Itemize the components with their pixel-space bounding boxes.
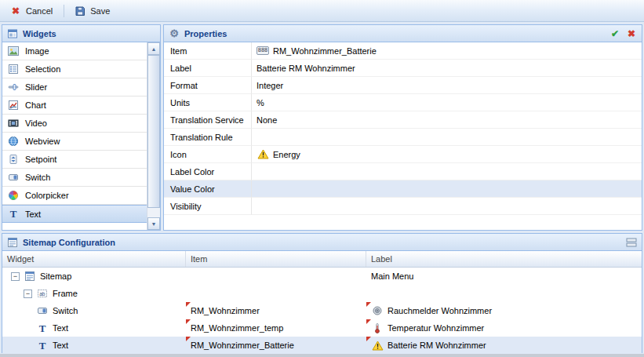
property-row-value-color: Value Color [164,180,642,198]
item-cell-text: RM_Wohnzimmer_temp [191,323,283,333]
property-value[interactable]: Batterie RM Wohnzimmer [252,60,642,77]
widget-cell: −abFrame [2,285,186,302]
item-cell[interactable]: RM_Wohnzimmer [186,302,366,319]
widget-item-label: Selection [25,64,60,74]
sitemap-row-text[interactable]: TTextRM_Wohnzimmer_BatterieBatterie RM W… [2,337,642,354]
dirty-flag-icon [186,302,191,307]
tree-expander-icon[interactable]: − [11,272,20,281]
property-value[interactable]: None [252,111,642,129]
scroll-down-arrow-icon[interactable]: ▼ [147,217,160,230]
apply-check-icon[interactable]: ✔ [609,28,621,39]
discard-close-icon[interactable]: ✖ [625,28,638,39]
tree-expander-icon[interactable]: − [24,290,32,298]
widget-item-colorpicker[interactable]: Colorpicker [2,187,160,205]
item-cell[interactable] [186,268,366,285]
property-value[interactable] [252,180,642,198]
widgets-scrollbar[interactable]: ▲ ▼ [147,42,160,230]
widget-item-switch[interactable]: Switch [2,169,160,187]
chart-icon [7,100,20,111]
label-cell-text: Main Menu [371,271,413,281]
label-cell[interactable]: Main Menu [366,268,642,285]
property-value-text: None [257,115,277,125]
smoke-detector-icon [371,305,384,316]
widget-item-label: Colorpicker [25,191,69,200]
property-label: Value Color [164,180,252,198]
property-value[interactable]: Integer [252,77,642,94]
widget-item-label: Setpoint [25,155,56,164]
bottom-scrollbar[interactable] [0,354,644,357]
widgets-panel-header: Widgets [2,25,160,42]
frame-icon: ab [36,288,49,299]
label-cell[interactable]: Rauchmelder Wohnzimmer [366,302,642,319]
scroll-thumb[interactable] [147,55,160,208]
label-cell[interactable]: Temperatur Wohnzimmer [366,319,642,337]
widget-item-label: Text [25,209,41,219]
column-header-widget[interactable]: Widget [2,251,186,267]
property-value[interactable] [252,129,642,146]
sitemap-row-frame[interactable]: −abFrame [2,285,642,302]
property-value[interactable]: 888RM_Wohnzimmer_Batterie [252,42,642,60]
text-icon: T [7,209,20,220]
label-cell-text: Temperatur Wohnzimmer [387,323,484,333]
property-label: Translation Rule [164,129,252,146]
video-icon [7,118,20,129]
widget-item-image[interactable]: Image [2,42,160,60]
widget-item-webview[interactable]: Webview [2,133,160,151]
item-cell-text: RM_Wohnzimmer [191,306,260,315]
column-header-item[interactable]: Item [186,251,366,267]
property-value[interactable] [252,198,642,215]
widget-item-text[interactable]: TText [2,205,160,223]
label-cell-text: Batterie RM Wohnzimmer [387,341,486,350]
widget-item-setpoint[interactable]: Setpoint [2,151,160,169]
widget-item-chart[interactable]: Chart [2,97,160,115]
toolbar-separator [64,5,64,17]
property-value[interactable]: % [252,94,642,111]
save-button[interactable]: Save [68,2,117,20]
slider-icon [7,82,20,93]
widget-item-selection[interactable]: Selection [2,60,160,78]
sitemap-icon [6,237,19,248]
property-row-item: Item888RM_Wohnzimmer_Batterie [164,42,642,60]
sitemap-row-text[interactable]: TTextRM_Wohnzimmer_tempTemperatur Wohnzi… [2,319,642,337]
switch-icon [7,172,20,183]
widget-cell-text: Sitemap [40,271,71,281]
sitemap-tree: −SitemapMain Menu−abFrameSwitchRM_Wohnzi… [2,268,642,354]
widget-item-label: Chart [25,100,46,110]
layout-tool-icon[interactable] [625,237,638,248]
label-cell[interactable]: Batterie RM Wohnzimmer [366,337,642,354]
selection-icon [7,64,20,75]
property-label: Icon [164,146,252,163]
widget-cell: TText [2,319,186,337]
tree-indent [7,345,32,346]
thermometer-icon [371,322,384,333]
item-cell[interactable]: RM_Wohnzimmer_temp [186,319,366,337]
setpoint-icon [7,154,20,165]
switch-icon [36,305,49,316]
sitemap-column-header: Widget Item Label [2,251,642,268]
property-value[interactable] [252,163,642,180]
property-value-text: RM_Wohnzimmer_Batterie [273,46,377,56]
sitemap-row-sitemap[interactable]: −SitemapMain Menu [2,268,642,285]
dirty-flag-icon [366,302,371,307]
image-icon [7,46,20,56]
save-icon [74,5,86,16]
property-row-format: FormatInteger [164,77,642,94]
scroll-up-arrow-icon[interactable]: ▲ [147,42,160,55]
column-header-label[interactable]: Label [366,251,642,267]
widget-cell-text: Frame [53,289,78,298]
property-label: Units [164,94,252,111]
widget-cell-text: Text [53,323,68,333]
widget-item-video[interactable]: Video [2,115,160,133]
widget-item-slider[interactable]: Slider [2,78,160,97]
dirty-flag-icon [366,337,371,341]
widget-list: ImageSelectionSliderChartVideoWebviewSet… [2,42,160,230]
sitemap-row-switch[interactable]: SwitchRM_WohnzimmerRauchmelder Wohnzimme… [2,302,642,319]
widget-item-label: Image [25,46,49,56]
label-cell[interactable] [366,285,642,302]
sitemap-icon [24,271,36,282]
property-value[interactable]: Energy [252,146,642,163]
cancel-button[interactable]: ✖ Cancel [4,2,60,20]
item-cell[interactable] [186,285,366,302]
item-cell[interactable]: RM_Wohnzimmer_Batterie [186,337,366,354]
sitemap-configuration-panel: Sitemap Configuration Widget Item Label … [2,233,642,353]
